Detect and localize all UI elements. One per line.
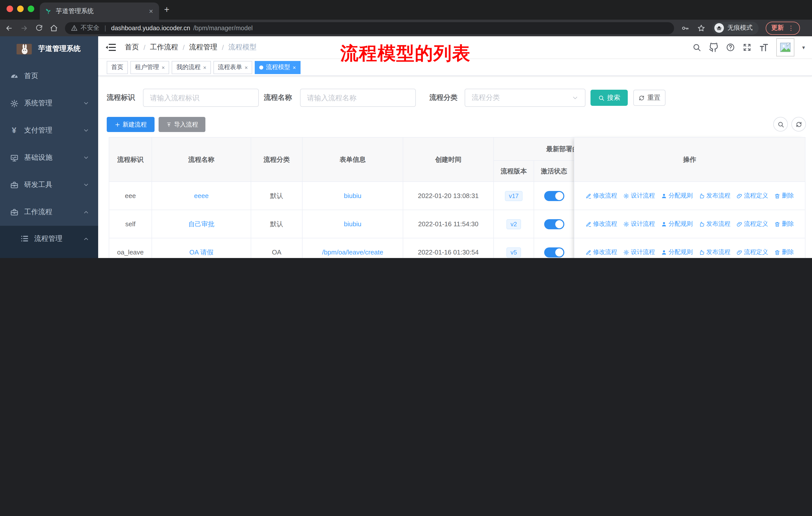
forward-button[interactable] bbox=[20, 24, 28, 32]
action-publish-link[interactable]: 发布流程 bbox=[699, 191, 730, 200]
window-controls[interactable] bbox=[6, 5, 34, 12]
navbar: 首页/工作流程/流程管理/流程模型 ▾ 流程模型的列表 bbox=[98, 36, 812, 59]
created-time-cell: 2022-01-16 01:30:54 bbox=[403, 238, 494, 258]
action-definition-link[interactable]: 流程定义 bbox=[736, 191, 768, 200]
close-tab-icon[interactable]: × bbox=[162, 64, 165, 70]
github-icon[interactable] bbox=[709, 43, 719, 52]
sidebar-item-流程管理[interactable]: 流程管理 bbox=[0, 226, 98, 251]
thumb-icon bbox=[699, 221, 705, 227]
toggle-search-button[interactable] bbox=[773, 117, 788, 132]
active-toggle[interactable] bbox=[534, 210, 574, 238]
password-key-icon[interactable] bbox=[681, 23, 689, 32]
browser-tab[interactable]: 芋道管理系统 × bbox=[40, 2, 159, 20]
sidebar-item-工作流程[interactable]: 工作流程 bbox=[0, 198, 98, 226]
close-tab-icon[interactable]: × bbox=[148, 7, 154, 15]
filter-category-select[interactable]: 流程分类 bbox=[465, 89, 585, 107]
tab-流程模型[interactable]: 流程模型× bbox=[255, 61, 300, 74]
action-edit-link[interactable]: 修改流程 bbox=[585, 191, 617, 200]
active-toggle[interactable] bbox=[534, 182, 574, 210]
sidebar-item-基础设施[interactable]: 基础设施 bbox=[0, 144, 98, 171]
sidebar: 芋道管理系统 首页系统管理¥支付管理基础设施研发工具工作流程流程管理流程表单用户… bbox=[0, 36, 98, 258]
create-model-button[interactable]: 新建流程 bbox=[107, 117, 154, 132]
action-design-link[interactable]: 设计流程 bbox=[623, 248, 655, 256]
tab-租户管理[interactable]: 租户管理× bbox=[130, 61, 169, 74]
table-toolbar: 新建流程 导入流程 bbox=[98, 117, 812, 132]
action-definition-link[interactable]: 流程定义 bbox=[736, 220, 768, 228]
address-bar[interactable]: 不安全 | dashboard.yudao.iocoder.cn/bpm/man… bbox=[65, 22, 674, 34]
action-assign-rule-link[interactable]: 分配规则 bbox=[661, 220, 693, 228]
model-name-link[interactable]: 自己审批 bbox=[152, 210, 251, 238]
action-delete-link[interactable]: 删除 bbox=[774, 220, 794, 228]
model-name-link[interactable]: eeee bbox=[152, 182, 251, 210]
maximize-window-button[interactable] bbox=[28, 5, 34, 12]
incognito-label: 无痕模式 bbox=[727, 24, 753, 32]
sidebar-item-支付管理[interactable]: ¥支付管理 bbox=[0, 117, 98, 144]
sidebar-logo[interactable]: 芋道管理系统 bbox=[0, 36, 98, 61]
fullscreen-icon[interactable] bbox=[743, 43, 752, 52]
col-header-category: 流程分类 bbox=[251, 137, 302, 182]
refresh-table-button[interactable] bbox=[791, 117, 806, 132]
action-publish-link[interactable]: 发布流程 bbox=[699, 248, 730, 256]
sidebar-item-首页[interactable]: 首页 bbox=[0, 62, 98, 90]
tab-我的流程[interactable]: 我的流程× bbox=[172, 61, 211, 74]
breadcrumb-item-首页[interactable]: 首页 bbox=[125, 43, 139, 52]
close-tab-icon[interactable]: × bbox=[245, 64, 248, 70]
col-header-actions: 操作 bbox=[574, 138, 805, 182]
minimize-window-button[interactable] bbox=[17, 5, 24, 12]
import-model-button[interactable]: 导入流程 bbox=[158, 117, 205, 132]
new-tab-button[interactable]: + bbox=[164, 5, 169, 14]
action-assign-rule-link[interactable]: 分配规则 bbox=[661, 191, 693, 200]
sidebar-item-流程表单[interactable]: 流程表单 bbox=[0, 251, 98, 258]
help-icon[interactable] bbox=[726, 43, 735, 52]
clip-icon bbox=[736, 193, 743, 199]
gear-icon bbox=[623, 193, 629, 199]
model-name-link[interactable]: OA 请假 bbox=[152, 238, 251, 258]
close-window-button[interactable] bbox=[6, 5, 13, 12]
sidebar-item-研发工具[interactable]: 研发工具 bbox=[0, 171, 98, 198]
breadcrumb-item-工作流程[interactable]: 工作流程 bbox=[150, 43, 178, 52]
action-publish-link[interactable]: 发布流程 bbox=[699, 220, 730, 228]
close-tab-icon[interactable]: × bbox=[293, 64, 296, 70]
avatar-dropdown-caret-icon[interactable]: ▾ bbox=[802, 44, 805, 51]
app-title: 芋道管理系统 bbox=[38, 44, 81, 53]
action-delete-link[interactable]: 删除 bbox=[774, 191, 794, 200]
tab-流程表单[interactable]: 流程表单× bbox=[213, 61, 253, 74]
action-design-link[interactable]: 设计流程 bbox=[623, 220, 655, 228]
font-size-icon[interactable] bbox=[759, 43, 769, 52]
action-edit-link[interactable]: 修改流程 bbox=[585, 248, 617, 256]
bookmark-star-icon[interactable] bbox=[697, 23, 705, 32]
briefcase-icon bbox=[9, 208, 19, 216]
collapse-sidebar-icon[interactable] bbox=[107, 44, 116, 51]
reload-button[interactable] bbox=[35, 24, 43, 32]
chevron-down-icon bbox=[83, 128, 89, 134]
filter-id-input[interactable] bbox=[143, 89, 259, 107]
tab-首页[interactable]: 首页 bbox=[107, 61, 128, 74]
model-id-cell: eee bbox=[109, 182, 152, 210]
action-edit-link[interactable]: 修改流程 bbox=[585, 220, 617, 228]
yen-icon: ¥ bbox=[9, 126, 19, 135]
close-tab-icon[interactable]: × bbox=[203, 64, 206, 70]
filter-name-input[interactable] bbox=[300, 89, 416, 107]
trash-icon bbox=[774, 193, 780, 199]
refresh-icon bbox=[638, 94, 645, 101]
action-assign-rule-link[interactable]: 分配规则 bbox=[661, 248, 693, 256]
breadcrumb-item-流程管理[interactable]: 流程管理 bbox=[189, 43, 218, 52]
search-button-label: 搜索 bbox=[607, 93, 620, 102]
action-definition-link[interactable]: 流程定义 bbox=[736, 248, 768, 256]
url-path: /bpm/manager/model bbox=[193, 24, 253, 31]
user-avatar[interactable] bbox=[777, 38, 794, 56]
browser-menu-icon[interactable]: ⋮ bbox=[788, 24, 794, 32]
form-link[interactable]: /bpm/oa/leave/create bbox=[302, 238, 403, 258]
form-link[interactable]: biubiu bbox=[302, 210, 403, 238]
header-search-icon[interactable] bbox=[692, 43, 701, 52]
action-design-link[interactable]: 设计流程 bbox=[623, 191, 655, 200]
back-button[interactable] bbox=[5, 24, 13, 32]
active-toggle[interactable] bbox=[534, 238, 574, 258]
reset-button[interactable]: 重置 bbox=[633, 90, 666, 106]
action-delete-link[interactable]: 删除 bbox=[774, 248, 794, 256]
search-button[interactable]: 搜索 bbox=[590, 90, 628, 106]
home-button[interactable] bbox=[50, 24, 58, 32]
form-link[interactable]: biubiu bbox=[302, 182, 403, 210]
browser-update-button[interactable]: 更新 ⋮ bbox=[766, 21, 800, 34]
sidebar-item-系统管理[interactable]: 系统管理 bbox=[0, 90, 98, 117]
